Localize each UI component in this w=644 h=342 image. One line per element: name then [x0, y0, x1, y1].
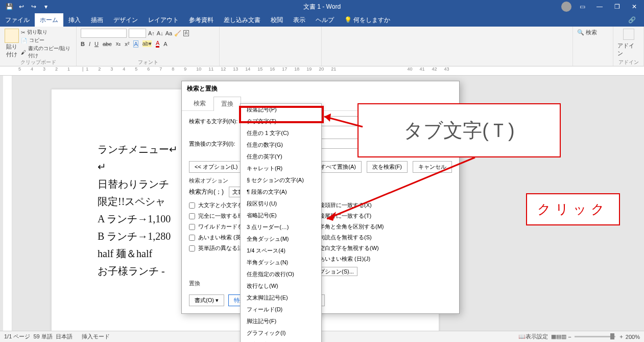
view-read-icon[interactable]: ▤: [556, 333, 561, 340]
menu-item[interactable]: 段区切り(U): [241, 198, 321, 210]
status-words[interactable]: 59 単語: [33, 333, 52, 340]
grow-font-icon[interactable]: A↑: [148, 30, 155, 36]
copy-button[interactable]: 📄 コピー: [21, 37, 72, 44]
group-label-clipboard: クリップボード: [0, 59, 76, 66]
menu-item[interactable]: 脚注記号(F): [241, 315, 321, 327]
menu-item[interactable]: 3 点リーダー(…): [241, 221, 321, 233]
zoom-slider[interactable]: [575, 336, 615, 337]
cancel-button[interactable]: キャンセル: [413, 161, 452, 173]
menu-item[interactable]: 省略記号(E): [241, 210, 321, 221]
group-label-addin: アドイン: [613, 59, 643, 66]
group-addins: アドイン アドイン: [613, 27, 644, 66]
status-mode[interactable]: 挿入モード: [82, 333, 110, 340]
menu-item[interactable]: § セクションの文字(A): [241, 174, 321, 186]
close-icon[interactable]: ✕: [628, 3, 641, 10]
user-avatar-icon[interactable]: [561, 2, 571, 12]
cut-button[interactable]: ✂ 切り取り: [21, 29, 72, 36]
menu-item[interactable]: 任意の 1 文字(C): [241, 127, 321, 139]
quick-access-toolbar: 💾 ↩ ↪ ▾: [0, 3, 50, 11]
share-icon[interactable]: 🔗: [628, 16, 636, 24]
strike-button[interactable]: abc: [103, 41, 112, 47]
menu-item[interactable]: 1/4 スペース(4): [241, 245, 321, 257]
text-effects-button[interactable]: A: [133, 40, 138, 48]
tab-find-dialog[interactable]: 検索: [186, 96, 213, 110]
save-icon[interactable]: 💾: [5, 3, 13, 11]
undo-icon[interactable]: ↩: [17, 3, 26, 11]
special-char-menu: 段落記号(P) タブ文字(T) 任意の 1 文字(C) 任意の数字(G) 任意の…: [240, 103, 322, 342]
menu-item[interactable]: 任意の英字(Y): [241, 151, 321, 163]
find-next-button[interactable]: 次を検索(F): [367, 161, 408, 173]
menu-item[interactable]: 任意指定の改行(O): [241, 268, 321, 280]
dialog-title: 検索と置換: [182, 81, 459, 96]
ribbon-options-icon[interactable]: ▭: [576, 3, 589, 10]
tab-view[interactable]: 表示: [288, 13, 311, 27]
tell-me[interactable]: 💡 何をしますか: [339, 13, 395, 27]
view-web-icon[interactable]: ▥: [561, 333, 566, 340]
change-case-icon[interactable]: Aa: [165, 30, 172, 36]
font-name-combo[interactable]: [81, 29, 127, 38]
paste-button[interactable]: 貼り付け: [4, 29, 19, 58]
status-page[interactable]: 1/1 ページ: [4, 333, 30, 340]
ribbon-tabs: ファイル ホーム 挿入 描画 デザイン レイアウト 参考資料 差し込み文書 校閲…: [0, 13, 644, 27]
paste-icon: [5, 29, 19, 43]
group-font: A↑ A↓ Aa 🧹 🄰 B I U abc x₂ x² A ab▾ A A フ…: [77, 27, 220, 66]
tab-file[interactable]: ファイル: [0, 13, 35, 27]
font-color-button[interactable]: A: [156, 40, 159, 48]
annotation-callout-box: タブ文字(Ｔ): [357, 103, 561, 157]
shrink-font-icon[interactable]: A↓: [157, 30, 163, 36]
menu-item[interactable]: 任意の数字(G): [241, 139, 321, 151]
annotation-click-label: クリック: [526, 193, 620, 225]
tab-design[interactable]: デザイン: [108, 13, 143, 27]
menu-item[interactable]: 半角ダッシュ(N): [241, 257, 321, 268]
group-editing: 🔍 検索: [573, 27, 613, 66]
maximize-icon[interactable]: ❐: [610, 3, 624, 10]
tab-home[interactable]: ホーム: [35, 13, 63, 27]
menu-item[interactable]: 改行なし(W): [241, 280, 321, 292]
group-label-font: フォント: [77, 59, 219, 66]
highlight-button[interactable]: ab▾: [142, 40, 152, 47]
addin-icon[interactable]: [623, 29, 634, 40]
tab-mailings[interactable]: 差し込み文書: [219, 13, 266, 27]
menu-item[interactable]: ¶ 段落の文字(A): [241, 186, 321, 198]
menu-item[interactable]: グラフィック(I): [241, 327, 321, 339]
tab-insert[interactable]: 挿入: [63, 13, 86, 27]
tab-review[interactable]: 校閲: [266, 13, 288, 27]
subscript-button[interactable]: x₂: [116, 40, 121, 47]
italic-button[interactable]: I: [89, 41, 90, 47]
format-button[interactable]: 書式(O) ▾: [189, 294, 224, 306]
vertical-ruler[interactable]: [3, 76, 12, 331]
view-print-icon[interactable]: ▦: [551, 333, 556, 340]
tab-help[interactable]: ヘルプ: [311, 13, 339, 27]
minimize-icon[interactable]: —: [593, 3, 606, 10]
tab-references[interactable]: 参考資料: [184, 13, 219, 27]
options-toggle-button[interactable]: << オプション(L): [189, 161, 243, 173]
menu-item[interactable]: キャレット(R): [241, 163, 321, 174]
horizontal-ruler[interactable]: 54321 | 12345678910111213141516171819202…: [0, 66, 644, 76]
format-painter-button[interactable]: 🖌 書式のコピー/貼り付け: [21, 45, 72, 59]
document-title: 文書 1 - Word: [303, 3, 341, 11]
redo-icon[interactable]: ↪: [30, 3, 38, 11]
enclose-char-button[interactable]: A: [163, 41, 167, 47]
menu-item[interactable]: 任意指定の行区切り(L): [241, 339, 321, 342]
tab-replace-dialog[interactable]: 置換: [213, 97, 241, 111]
qat-more-icon[interactable]: ▾: [42, 3, 50, 11]
replace-all-button[interactable]: すべて置換(A): [315, 161, 362, 173]
tab-draw[interactable]: 描画: [86, 13, 108, 27]
status-language[interactable]: 日本語: [56, 333, 73, 340]
underline-button[interactable]: U: [94, 41, 99, 47]
phonetic-guide-icon[interactable]: 🄰: [183, 30, 189, 36]
direction-label: 検索方向(；): [189, 188, 224, 196]
menu-item[interactable]: 全角ダッシュ(M): [241, 233, 321, 245]
superscript-button[interactable]: x²: [125, 41, 129, 47]
clear-format-icon[interactable]: 🧹: [174, 30, 181, 37]
bold-button[interactable]: B: [81, 41, 85, 47]
zoom-in-icon[interactable]: ＋: [618, 333, 624, 340]
tab-layout[interactable]: レイアウト: [143, 13, 184, 27]
menu-item[interactable]: フィールド(D): [241, 304, 321, 315]
menu-item[interactable]: 文末脚注記号(E): [241, 292, 321, 304]
display-settings-button[interactable]: 📖表示設定: [518, 333, 548, 340]
zoom-level[interactable]: 200%: [626, 334, 640, 340]
zoom-out-icon[interactable]: −: [568, 334, 571, 340]
find-button[interactable]: 🔍 検索: [577, 29, 597, 36]
font-size-combo[interactable]: [129, 29, 146, 38]
